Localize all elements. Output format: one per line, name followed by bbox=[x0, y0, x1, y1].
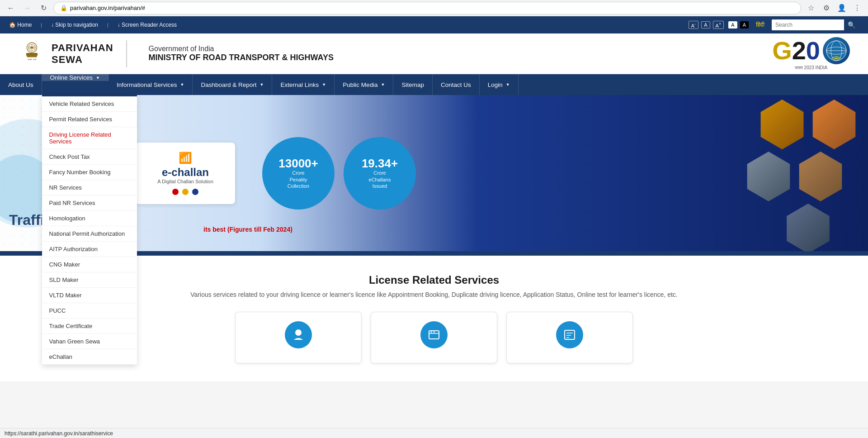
nav-external[interactable]: External Links ▼ bbox=[272, 74, 335, 95]
gov-title: Government of India MINISTRY OF ROAD TRA… bbox=[149, 45, 334, 62]
g20-subtext: भारत 2023 INDIA bbox=[795, 65, 827, 71]
hindi-link[interactable]: हिंदी bbox=[756, 21, 764, 29]
license-card-1 bbox=[235, 312, 362, 363]
secure-icon: 🔒 bbox=[60, 5, 67, 11]
external-arrow: ▼ bbox=[322, 82, 326, 87]
license-card-3 bbox=[506, 312, 633, 363]
stat1-label3: Collection bbox=[288, 183, 309, 189]
hex-1 bbox=[757, 100, 807, 149]
search-input[interactable] bbox=[772, 20, 844, 30]
stat2-number: 19.34+ bbox=[362, 157, 398, 170]
dropdown-green-sewa[interactable]: Vahan Green Sewa bbox=[42, 334, 137, 349]
nav-about[interactable]: About Us bbox=[0, 74, 42, 95]
stat-circle-2: 19.34+ Crore eChallans Issued bbox=[344, 137, 416, 209]
menu-button[interactable]: ⋮ bbox=[851, 2, 863, 14]
stat2-label3: Issued bbox=[373, 183, 387, 189]
hex-images-section bbox=[730, 100, 859, 251]
screen-reader-link[interactable]: ↓ Screen Reader Access bbox=[118, 22, 177, 28]
echallan-card: 📶 e-challan A Digital Challan Solution bbox=[136, 143, 235, 204]
dropdown-national-permit[interactable]: National Permit Authorization bbox=[42, 226, 137, 242]
license-description: Various services related to your driving… bbox=[18, 291, 850, 298]
dropdown-vehicle[interactable]: Vehicle Related Services bbox=[42, 96, 137, 112]
nav-info-services[interactable]: Informational Services ▼ bbox=[108, 74, 193, 95]
dropdown-aitp[interactable]: AITP Authorization bbox=[42, 242, 137, 257]
dropdown-pucc[interactable]: PUCC bbox=[42, 303, 137, 319]
wifi-icon: 📶 bbox=[149, 152, 222, 164]
top-bar: 🏠 Home | ↓ Skip to navigation | ↓ Screen… bbox=[0, 16, 868, 33]
font-black-btn[interactable]: A bbox=[740, 21, 749, 29]
dropdown-nr-services[interactable]: NR Services bbox=[42, 180, 137, 195]
dropdown-fancy-number[interactable]: Fancy Number Booking bbox=[42, 165, 137, 180]
nav-dashboard[interactable]: Dashboard & Report ▼ bbox=[193, 74, 272, 95]
stat-circle-1: 13000+ Crore Penality Collection bbox=[262, 137, 335, 209]
profile-button[interactable]: 👤 bbox=[835, 2, 848, 14]
extensions-button[interactable]: ⚙ bbox=[820, 2, 833, 14]
browser-chrome: ← → ↻ 🔒 ☆ ⚙ 👤 ⋮ bbox=[0, 0, 868, 16]
font-normal-btn[interactable]: A bbox=[701, 21, 710, 29]
dot-yellow bbox=[182, 189, 189, 195]
search-button[interactable]: 🔍 bbox=[844, 19, 859, 30]
svg-point-19 bbox=[431, 332, 432, 333]
info-services-arrow: ▼ bbox=[180, 82, 184, 87]
stat1-label2: Penality bbox=[289, 176, 307, 183]
header: सत्यमेव जयते PARIVAHAN SEWA Government o… bbox=[0, 33, 868, 74]
echallan-title: e-challan bbox=[149, 166, 222, 179]
dot-blue bbox=[192, 189, 198, 195]
stat1-label1: Crore bbox=[292, 170, 305, 176]
card-icon-1 bbox=[285, 321, 312, 348]
license-card-2 bbox=[371, 312, 497, 363]
dropdown-cng[interactable]: CNG Maker bbox=[42, 257, 137, 272]
header-divider bbox=[126, 40, 127, 67]
dropdown-echallan[interactable]: eChallan bbox=[42, 349, 137, 365]
nav-online-services[interactable]: Online Services ▼ bbox=[42, 74, 108, 81]
svg-point-16 bbox=[295, 329, 302, 336]
svg-rect-21 bbox=[565, 330, 575, 339]
g20-globe bbox=[823, 37, 850, 64]
g20-logo: G20 भारत 2023 INDIA bbox=[772, 37, 850, 71]
dropdown-permit[interactable]: Permit Related Services bbox=[42, 112, 137, 127]
login-arrow: ▼ bbox=[506, 82, 510, 87]
nav-contact[interactable]: Contact Us bbox=[433, 74, 480, 95]
top-bar-right: A- A A+ A A हिंदी 🔍 bbox=[689, 19, 859, 30]
dropdown-homologation[interactable]: Homologation bbox=[42, 211, 137, 226]
dropdown-check-post[interactable]: Check Post Tax bbox=[42, 149, 137, 165]
dropdown-vltd[interactable]: VLTD Maker bbox=[42, 288, 137, 303]
dropdown-driving-license[interactable]: Driving License Related Services bbox=[42, 127, 137, 149]
nav-media[interactable]: Public Media ▼ bbox=[335, 74, 393, 95]
echallan-subtitle: A Digital Challan Solution bbox=[149, 179, 222, 184]
skip-nav-link[interactable]: ↓ Skip to navigation bbox=[51, 22, 98, 28]
online-services-arrow: ▼ bbox=[96, 76, 100, 80]
hex-4 bbox=[796, 152, 845, 201]
svg-rect-10 bbox=[27, 56, 37, 57]
url-input[interactable] bbox=[70, 5, 794, 11]
address-bar: 🔒 bbox=[53, 2, 801, 14]
dropdown-sld[interactable]: SLD Maker bbox=[42, 272, 137, 288]
nav-bar: About Us Online Services ▼ Vehicle Relat… bbox=[0, 74, 868, 95]
font-small-btn[interactable]: A- bbox=[689, 21, 698, 29]
browser-actions: ☆ ⚙ 👤 ⋮ bbox=[805, 2, 863, 14]
media-arrow: ▼ bbox=[381, 82, 385, 87]
echallan-dots bbox=[149, 189, 222, 195]
nav-login[interactable]: Login ▼ bbox=[480, 74, 519, 95]
reload-button[interactable]: ↻ bbox=[37, 2, 50, 14]
nav-sitemap[interactable]: Sitemap bbox=[393, 74, 433, 95]
license-cards bbox=[18, 312, 850, 363]
dashboard-arrow: ▼ bbox=[260, 82, 264, 87]
svg-rect-9 bbox=[26, 53, 37, 56]
dropdown-paid-nr[interactable]: Paid NR Services bbox=[42, 195, 137, 211]
hex-2 bbox=[809, 100, 859, 149]
back-button[interactable]: ← bbox=[5, 2, 17, 14]
license-title: License Related Services bbox=[18, 274, 850, 286]
dropdown-trade[interactable]: Trade Certificate bbox=[42, 319, 137, 334]
font-contrast-btn[interactable]: A bbox=[728, 21, 737, 29]
nav-online-services-container: Online Services ▼ Vehicle Related Servic… bbox=[42, 74, 108, 95]
forward-button[interactable]: → bbox=[21, 2, 33, 14]
home-link[interactable]: 🏠 Home bbox=[9, 22, 32, 28]
banner-subtext: its best (Figures till Feb 2024) bbox=[203, 226, 292, 233]
bookmark-button[interactable]: ☆ bbox=[805, 2, 817, 14]
brand-name: PARIVAHAN SEWA bbox=[52, 42, 113, 66]
emblem-icon: सत्यमेव जयते bbox=[18, 40, 45, 67]
card-icon-3 bbox=[556, 321, 583, 348]
font-large-btn[interactable]: A+ bbox=[713, 21, 724, 29]
g20-2: 2 bbox=[792, 36, 806, 65]
